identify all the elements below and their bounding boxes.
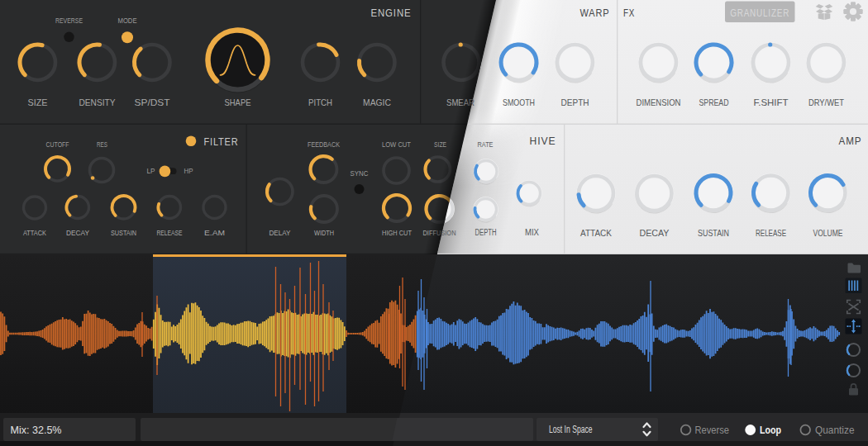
svg-text:GRANULIZER: GRANULIZER (730, 7, 789, 19)
svg-text:DIMENSION: DIMENSION (637, 97, 681, 107)
svg-text:RATE: RATE (478, 140, 494, 149)
svg-text:FX: FX (623, 7, 635, 19)
svg-text:VOLUME: VOLUME (813, 228, 843, 238)
svg-text:DECAY: DECAY (640, 228, 670, 238)
svg-text:AMP: AMP (839, 135, 862, 147)
svg-text:Lost In Space: Lost In Space (549, 424, 593, 435)
svg-text:Mix: 32.5%: Mix: 32.5% (11, 424, 62, 436)
svg-text:Quantize: Quantize (815, 424, 855, 436)
svg-text:ATTACK: ATTACK (580, 228, 613, 238)
svg-text:DEPTH: DEPTH (475, 228, 497, 237)
svg-text:SUSTAIN: SUSTAIN (698, 228, 729, 238)
svg-text:Reverse: Reverse (695, 424, 730, 436)
svg-text:SMOOTH: SMOOTH (503, 97, 535, 107)
svg-text:HIVE: HIVE (530, 135, 556, 147)
svg-text:SPREAD: SPREAD (699, 97, 729, 107)
svg-text:MIX: MIX (525, 228, 539, 237)
svg-text:Loop: Loop (760, 424, 781, 436)
svg-text:DRY/WET: DRY/WET (808, 97, 844, 107)
svg-text:RELEASE: RELEASE (756, 228, 786, 238)
svg-text:DEPTH: DEPTH (561, 97, 589, 107)
svg-text:F.SHIFT: F.SHIFT (754, 97, 789, 107)
svg-text:WARP: WARP (580, 7, 610, 19)
